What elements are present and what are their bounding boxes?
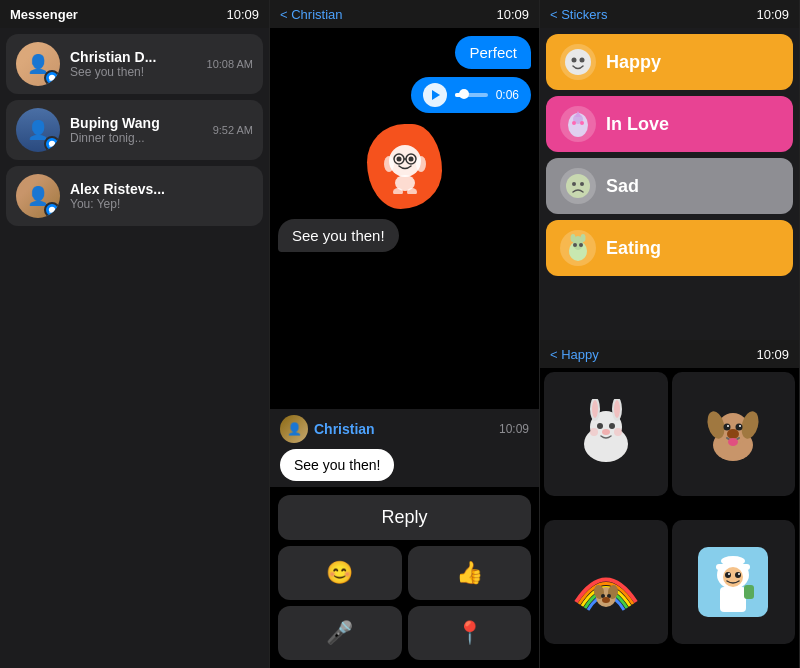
chat-name-buping: Buping Wang bbox=[70, 115, 203, 131]
svg-point-43 bbox=[724, 423, 731, 430]
svg-point-4 bbox=[396, 156, 401, 161]
reply-area: Reply 😊 👍 🎤 📍 bbox=[270, 487, 539, 668]
notif-message-bubble: See you then! bbox=[280, 443, 529, 481]
christian-notification: 👤 Christian 10:09 See you then! bbox=[270, 409, 539, 487]
svg-point-7 bbox=[416, 156, 426, 172]
location-icon: 📍 bbox=[456, 620, 483, 646]
audio-message[interactable]: 0:06 bbox=[411, 77, 531, 113]
bunny-svg bbox=[571, 399, 641, 469]
avatar-buping: 👤 bbox=[16, 108, 60, 152]
notif-message-text: See you then! bbox=[280, 449, 394, 481]
svg-point-62 bbox=[735, 572, 741, 578]
svg-point-54 bbox=[602, 597, 610, 603]
svg-point-64 bbox=[738, 573, 740, 575]
svg-point-59 bbox=[721, 556, 745, 566]
svg-point-47 bbox=[727, 429, 739, 439]
svg-point-44 bbox=[736, 423, 743, 430]
mic-button[interactable]: 🎤 bbox=[278, 606, 402, 660]
svg-point-37 bbox=[590, 428, 598, 436]
happy-back-btn[interactable]: < Happy bbox=[550, 347, 599, 362]
category-inlove[interactable]: In Love bbox=[546, 96, 793, 152]
messenger-badge-buping bbox=[44, 136, 60, 152]
svg-point-36 bbox=[602, 429, 610, 435]
svg-point-33 bbox=[614, 400, 620, 418]
svg-point-48 bbox=[728, 438, 738, 446]
stickers-category-list: Happy In Love bbox=[540, 28, 799, 340]
chat-item-christian[interactable]: 👤 Christian D... See you then! 10:08 AM bbox=[6, 34, 263, 94]
thumbs-button[interactable]: 👍 bbox=[408, 546, 532, 600]
svg-point-11 bbox=[565, 49, 591, 75]
category-inlove-label: In Love bbox=[606, 114, 669, 135]
location-button[interactable]: 📍 bbox=[408, 606, 532, 660]
svg-rect-56 bbox=[720, 587, 746, 612]
bubble-perfect: Perfect bbox=[455, 36, 531, 69]
play-button[interactable] bbox=[423, 83, 447, 107]
svg-point-6 bbox=[384, 156, 394, 172]
emoji-button[interactable]: 😊 bbox=[278, 546, 402, 600]
notif-avatar: 👤 bbox=[280, 415, 308, 443]
emoji-icon: 😊 bbox=[326, 560, 353, 586]
chat-item-alex[interactable]: 👤 Alex Ristevs... You: Yep! bbox=[6, 166, 263, 226]
audio-duration: 0:06 bbox=[496, 88, 519, 102]
eating-svg bbox=[563, 233, 593, 263]
finn-svg bbox=[698, 547, 768, 617]
category-inlove-icon bbox=[560, 106, 596, 142]
bubble-see-you: See you then! bbox=[278, 219, 399, 252]
sticker-grid bbox=[540, 368, 799, 668]
svg-point-63 bbox=[728, 573, 730, 575]
sad-svg bbox=[563, 171, 593, 201]
category-happy-label: Happy bbox=[606, 52, 661, 73]
avatar-alex: 👤 bbox=[16, 174, 60, 218]
chat-preview-buping: Dinner tonig... bbox=[70, 131, 203, 145]
svg-point-38 bbox=[614, 428, 622, 436]
messenger-status-bar: Messenger 10:09 bbox=[0, 0, 269, 28]
svg-point-21 bbox=[580, 182, 584, 186]
dog-svg bbox=[698, 399, 768, 469]
chat-preview-alex: You: Yep! bbox=[70, 197, 243, 211]
christian-back-btn[interactable]: < Christian bbox=[280, 7, 343, 22]
mic-location-row: 🎤 📍 bbox=[278, 606, 531, 660]
happy-time: 10:09 bbox=[756, 347, 789, 362]
messenger-time: 10:09 bbox=[226, 7, 259, 22]
messenger-chat-list: 👤 Christian D... See you then! 10:08 AM … bbox=[0, 28, 269, 668]
mic-icon: 🎤 bbox=[326, 620, 353, 646]
christian-status-bar: < Christian 10:09 bbox=[270, 0, 539, 28]
chat-item-buping[interactable]: 👤 Buping Wang Dinner tonig... 9:52 AM bbox=[6, 100, 263, 160]
svg-point-5 bbox=[408, 156, 413, 161]
sticker-finn[interactable] bbox=[672, 520, 796, 644]
category-sad[interactable]: Sad bbox=[546, 158, 793, 214]
christian-chat-body: Perfect 0:06 bbox=[270, 28, 539, 409]
panel-messenger: Messenger 10:09 👤 Christian D... See you… bbox=[0, 0, 270, 668]
messenger-badge-alex bbox=[44, 202, 60, 218]
sticker-character-svg bbox=[380, 139, 430, 194]
svg-point-45 bbox=[727, 425, 729, 427]
avatar-christian: 👤 bbox=[16, 42, 60, 86]
sticker-dog[interactable] bbox=[672, 372, 796, 496]
christian-chat-time: 10:09 bbox=[496, 7, 529, 22]
sticker-puppy-rainbow[interactable] bbox=[544, 520, 668, 644]
audio-progress-bar bbox=[455, 93, 488, 97]
category-eating-icon bbox=[560, 230, 596, 266]
chat-preview-christian: See you then! bbox=[70, 65, 197, 79]
svg-point-17 bbox=[572, 121, 576, 125]
svg-rect-65 bbox=[744, 585, 754, 599]
stickers-time: 10:09 bbox=[756, 7, 789, 22]
svg-point-20 bbox=[572, 182, 576, 186]
sticker-message bbox=[365, 121, 445, 211]
svg-point-32 bbox=[592, 400, 598, 418]
category-happy[interactable]: Happy bbox=[546, 34, 793, 90]
sticker-bunny[interactable] bbox=[544, 372, 668, 496]
svg-point-35 bbox=[609, 423, 615, 429]
sticker-blob bbox=[367, 124, 442, 209]
svg-point-18 bbox=[580, 121, 584, 125]
svg-point-25 bbox=[581, 234, 586, 242]
emoji-thumbs-row: 😊 👍 bbox=[278, 546, 531, 600]
category-eating[interactable]: Eating bbox=[546, 220, 793, 276]
chat-time-buping: 9:52 AM bbox=[213, 124, 253, 136]
svg-point-26 bbox=[573, 243, 577, 247]
stickers-back-btn[interactable]: < Stickers bbox=[550, 7, 607, 22]
reply-button[interactable]: Reply bbox=[278, 495, 531, 540]
happy-cat-svg bbox=[563, 47, 593, 77]
messenger-badge-christian bbox=[44, 70, 60, 86]
svg-point-13 bbox=[580, 58, 585, 63]
